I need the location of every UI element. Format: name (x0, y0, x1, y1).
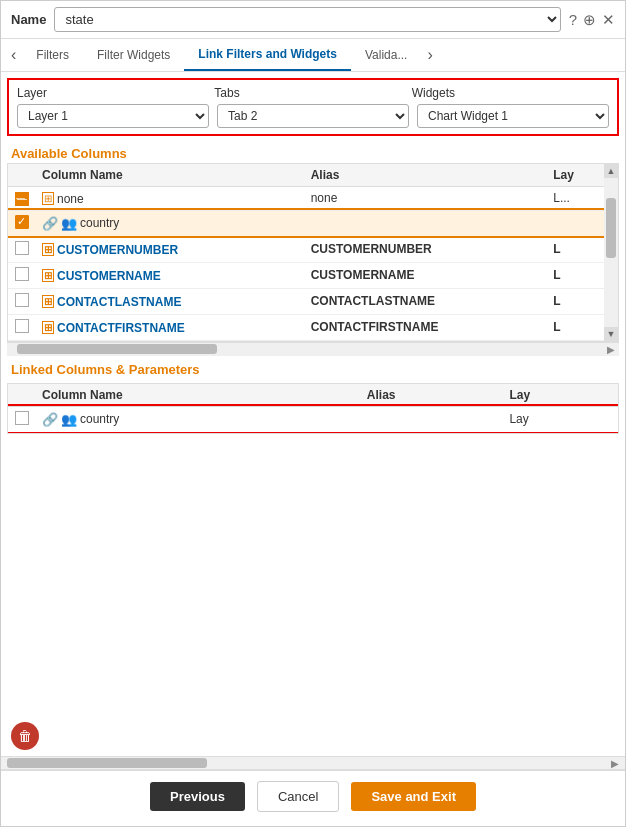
move-icon[interactable]: ⊕ (583, 11, 596, 29)
available-columns-table: Column Name Alias Lay — (8, 164, 604, 341)
tab-prev-arrow[interactable]: ‹ (5, 42, 22, 68)
selectors-controls: Layer 1 Tab 2 Chart Widget 1 (17, 104, 609, 128)
link-icon: 🔗 (42, 216, 58, 231)
row-checkbox-cell-custname[interactable] (8, 262, 36, 288)
row-col-name-contlast: ⊞ CONTACTLASTNAME (36, 288, 305, 314)
col-name-country: country (80, 216, 119, 230)
selectors-labels: Layer Tabs Widgets (17, 86, 609, 100)
linked-columns-table: Column Name Alias Lay 🔗 (8, 384, 618, 433)
vscroll-track (604, 178, 618, 327)
bottom-hscroll[interactable]: ▶ (1, 756, 625, 770)
row-checkbox-cell-contfirst[interactable] (8, 314, 36, 340)
col-icon-custname: ⊞ CUSTOMERNAME (42, 269, 161, 283)
table-row[interactable]: ⊞ CUSTOMERNUMBER CUSTOMERNUMBER L (8, 236, 604, 262)
minus-icon: — (17, 194, 27, 204)
tabs-label: Tabs (214, 86, 411, 100)
linked-columns-section: Column Name Alias Lay 🔗 (7, 383, 619, 434)
row-alias-contlast: CONTACTLASTNAME (305, 288, 548, 314)
save-exit-button[interactable]: Save and Exit (351, 782, 476, 811)
table-row[interactable]: ✓ 🔗 👥 country (8, 210, 604, 236)
table-row[interactable]: — ⊞ none none L... (8, 187, 604, 211)
row-checkbox-cell-contlast[interactable] (8, 288, 36, 314)
checkbox-empty[interactable] (15, 241, 29, 255)
col-icon-country: 🔗 👥 country (42, 216, 119, 231)
linked-th-checkbox (8, 384, 36, 407)
row-col-name-custname: ⊞ CUSTOMERNAME (36, 262, 305, 288)
icon-row: 🗑 (1, 716, 625, 756)
table-row[interactable]: ⊞ CUSTOMERNAME CUSTOMERNAME L (8, 262, 604, 288)
linked-row-lay: Lay (503, 406, 618, 432)
avail-hscroll-thumb[interactable] (17, 344, 217, 354)
table-row[interactable]: ⊞ CONTACTLASTNAME CONTACTLASTNAME L (8, 288, 604, 314)
available-columns-header: Available Columns (1, 140, 625, 163)
avail-hscroll-right[interactable]: ▶ (607, 344, 615, 355)
linked-row-checkbox-cell[interactable] (8, 406, 36, 432)
table-icon-contlast: ⊞ (42, 295, 54, 308)
tab-next-arrow[interactable]: › (421, 42, 438, 68)
col-name-contfirst: CONTACTFIRSTNAME (57, 321, 185, 335)
close-icon[interactable]: ✕ (602, 11, 615, 29)
tab-valida[interactable]: Valida... (351, 40, 421, 70)
available-columns-scroll[interactable]: Column Name Alias Lay — (8, 164, 618, 341)
col-name-custname: CUSTOMERNAME (57, 269, 161, 283)
previous-button[interactable]: Previous (150, 782, 245, 811)
main-content: Layer Tabs Widgets Layer 1 Tab 2 Chart W… (1, 72, 625, 770)
row-alias-custname: CUSTOMERNAME (305, 262, 548, 288)
table-icon: ⊞ (42, 192, 54, 205)
row-checkbox-cell-country[interactable]: ✓ (8, 210, 36, 236)
row-alias-country (305, 210, 548, 236)
row-lay-contlast: L (547, 288, 604, 314)
avail-hscroll[interactable]: ▶ (7, 342, 619, 356)
delete-button[interactable]: 🗑 (11, 722, 39, 750)
tab-filters[interactable]: Filters (22, 40, 83, 70)
checkbox-empty-contfirst[interactable] (15, 319, 29, 333)
help-icon[interactable]: ? (569, 11, 577, 29)
selectors-row: Layer Tabs Widgets Layer 1 Tab 2 Chart W… (7, 78, 619, 136)
row-col-name-country: 🔗 👥 country (36, 210, 305, 236)
linked-table-row[interactable]: 🔗 👥 country Lay (8, 406, 618, 432)
linked-group-icon: 👥 (61, 412, 77, 427)
table-icon-custname: ⊞ (42, 269, 54, 282)
linked-col-icon-country: 🔗 👥 country (42, 412, 119, 427)
col-icon-contlast: ⊞ CONTACTLASTNAME (42, 295, 181, 309)
checkbox-checked[interactable]: ✓ (15, 215, 29, 229)
linked-row-alias (361, 406, 504, 432)
linked-th-lay: Lay (503, 384, 618, 407)
footer: Previous Cancel Save and Exit (1, 770, 625, 826)
table-row[interactable]: ⊞ CONTACTFIRSTNAME CONTACTFIRSTNAME L (8, 314, 604, 340)
bottom-hscroll-right[interactable]: ▶ (611, 758, 619, 769)
vscroll-down[interactable]: ▼ (604, 327, 618, 341)
linked-checkbox-empty[interactable] (15, 411, 29, 425)
col-name-custno: CUSTOMERNUMBER (57, 243, 178, 257)
title-bar: Name state ? ⊕ ✕ (1, 1, 625, 39)
layer-select[interactable]: Layer 1 (17, 104, 209, 128)
checkbox-empty-contlast[interactable] (15, 293, 29, 307)
tab-filter-widgets[interactable]: Filter Widgets (83, 40, 184, 70)
linked-link-icon: 🔗 (42, 412, 58, 427)
checkbox-empty-custname[interactable] (15, 267, 29, 281)
name-select[interactable]: state (54, 7, 560, 32)
checkbox-minus[interactable]: — (15, 192, 29, 206)
row-lay-contfirst: L (547, 314, 604, 340)
linked-th-alias: Alias (361, 384, 504, 407)
widgets-select[interactable]: Chart Widget 1 (417, 104, 609, 128)
row-checkbox-cell[interactable]: — (8, 187, 36, 211)
row-alias-custno: CUSTOMERNUMBER (305, 236, 548, 262)
table-icon-custno: ⊞ (42, 243, 54, 256)
row-checkbox-cell-custno[interactable] (8, 236, 36, 262)
checkmark-icon: ✓ (17, 215, 26, 228)
available-columns-header-row: Column Name Alias Lay (8, 164, 604, 187)
th-col-name: Column Name (36, 164, 305, 187)
tab-link-filters[interactable]: Link Filters and Widgets (184, 39, 351, 71)
linked-columns-header-row: Column Name Alias Lay (8, 384, 618, 407)
vscroll-up[interactable]: ▲ (604, 164, 618, 178)
tabs-select[interactable]: Tab 2 (217, 104, 409, 128)
vscroll-thumb[interactable] (606, 198, 616, 258)
col-name-none: none (57, 192, 84, 206)
th-alias: Alias (305, 164, 548, 187)
row-lay-country (547, 210, 604, 236)
available-table-vscroll[interactable]: ▲ ▼ (604, 164, 618, 341)
cancel-button[interactable]: Cancel (257, 781, 339, 812)
bottom-hscroll-thumb[interactable] (7, 758, 207, 768)
name-label: Name (11, 12, 46, 27)
